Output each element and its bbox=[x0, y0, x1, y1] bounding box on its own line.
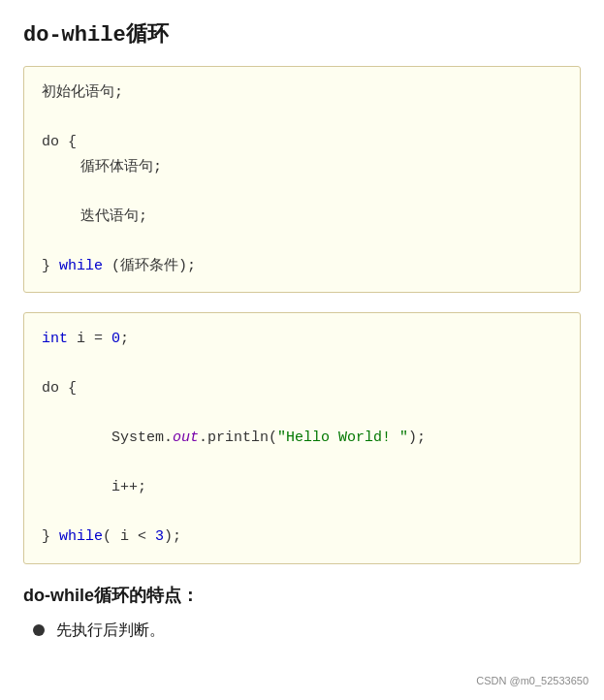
code-line-iplus: i++; bbox=[42, 475, 562, 500]
code-line bbox=[42, 352, 562, 377]
code-line bbox=[42, 106, 562, 131]
code-line-system: System.out.println("Hello World! "); bbox=[42, 426, 562, 451]
code-line bbox=[42, 451, 562, 476]
code-line-while: } while (循环条件); bbox=[42, 254, 562, 279]
code-line bbox=[42, 401, 562, 427]
bullet-dot-icon bbox=[33, 624, 45, 636]
code-line: 循环体语句; bbox=[42, 155, 562, 180]
bullet-text: 先执行后判断。 bbox=[56, 620, 165, 641]
code-line: 迭代语句; bbox=[42, 205, 562, 230]
code-block-syntax: 初始化语句; do { 循环体语句; 迭代语句; } while (循环条件); bbox=[23, 66, 581, 293]
code-line: do { bbox=[42, 376, 562, 401]
code-line: 初始化语句; bbox=[42, 80, 562, 106]
section-title: do-while循环的特点： bbox=[23, 584, 581, 607]
code-line: do { bbox=[42, 130, 562, 155]
code-line bbox=[42, 179, 562, 205]
code-line bbox=[42, 500, 562, 525]
code-line-int: int i = 0; bbox=[42, 327, 562, 352]
code-line-while2: } while( i < 3); bbox=[42, 525, 562, 550]
code-line bbox=[42, 229, 562, 254]
bullet-list: 先执行后判断。 bbox=[23, 620, 581, 641]
list-item: 先执行后判断。 bbox=[33, 620, 581, 641]
page-title: do-while循环 bbox=[23, 19, 581, 48]
code-block-example: int i = 0; do { System.out.println("Hell… bbox=[23, 312, 581, 564]
watermark: CSDN @m0_52533650 bbox=[476, 675, 588, 686]
